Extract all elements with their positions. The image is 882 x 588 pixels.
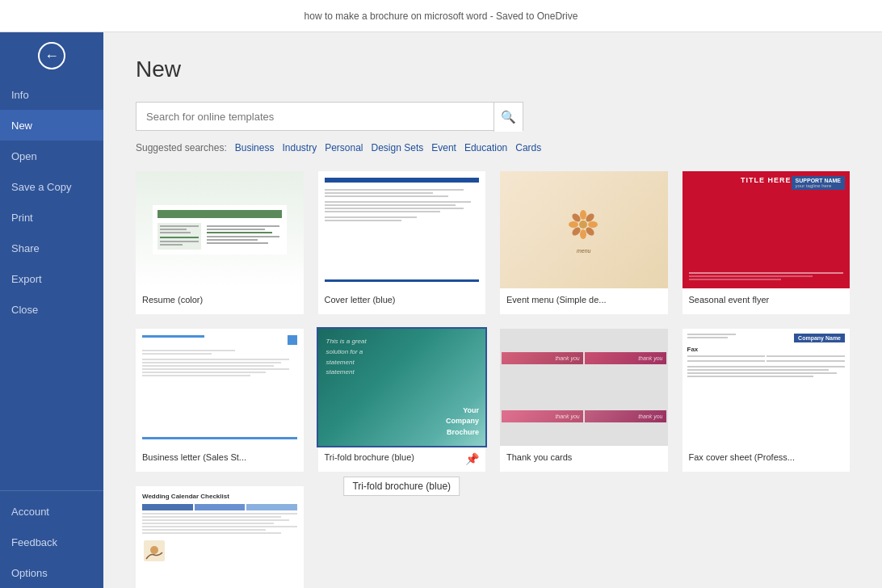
- template-card-trifold-brochure[interactable]: Your Company Brochure This is a greatsol…: [318, 329, 486, 472]
- sidebar-item-export[interactable]: Export: [0, 263, 103, 294]
- page-title: New: [136, 57, 850, 82]
- template-card-thank-you[interactable]: thank you thank you thank you thank you …: [500, 329, 668, 472]
- search-icon: 🔍: [501, 110, 516, 124]
- sidebar-item-save-copy[interactable]: Save a Copy: [0, 171, 103, 202]
- template-card-calendar-checklist[interactable]: Wedding Calendar Checklist: [136, 486, 304, 588]
- template-thumb-fax-cover: Company Name Fax: [682, 329, 850, 446]
- back-button[interactable]: ←: [0, 32, 103, 79]
- sidebar-bottom: Account Feedback Options: [0, 485, 103, 588]
- template-thumb-seasonal-flyer: TITLE HERE SUPPORT NAME your tagline her…: [682, 171, 850, 288]
- template-label-business-letter: Business letter (Sales St...: [136, 446, 304, 472]
- svg-point-1: [580, 210, 586, 220]
- template-label-trifold-brochure: Tri-fold brochure (blue) 📌: [318, 446, 486, 472]
- template-card-fax-cover[interactable]: Company Name Fax Fax cover shee: [682, 329, 850, 472]
- sidebar-item-options[interactable]: Options: [0, 557, 103, 588]
- suggested-link-business[interactable]: Business: [235, 142, 275, 153]
- suggested-link-design-sets[interactable]: Design Sets: [372, 142, 424, 153]
- svg-point-9: [580, 221, 586, 228]
- title-bar-text: how to make a brochure on microsoft word…: [304, 10, 578, 22]
- sidebar-item-close[interactable]: Close: [0, 294, 103, 325]
- calendar-image-icon: [142, 539, 166, 563]
- flower-icon: [565, 207, 602, 243]
- template-thumb-event-menu: menu: [500, 171, 668, 288]
- sidebar-item-info[interactable]: Info: [0, 79, 103, 110]
- svg-point-7: [569, 221, 578, 228]
- sidebar-divider: [0, 490, 103, 491]
- template-thumb-business-letter: [136, 329, 304, 446]
- sidebar-item-share[interactable]: Share: [0, 233, 103, 263]
- search-row: 🔍: [136, 102, 850, 131]
- suggested-label: Suggested searches:: [136, 142, 227, 153]
- main-layout: ← Info New Open Save a Copy Print Share …: [0, 32, 882, 588]
- trifold-tooltip: Tri-fold brochure (blue): [343, 477, 460, 496]
- templates-grid: Resume (color) Cover letter (bl: [136, 171, 850, 588]
- template-thumb-cover-letter: [318, 171, 486, 288]
- pin-icon: 📌: [465, 452, 479, 465]
- back-circle-icon: ←: [38, 42, 65, 69]
- template-card-resume[interactable]: Resume (color): [136, 171, 304, 314]
- svg-point-11: [150, 546, 158, 554]
- template-label-seasonal-flyer: Seasonal event flyer: [682, 288, 850, 314]
- content-area: New 🔍 Suggested searches: Business Indus…: [103, 32, 882, 588]
- suggested-link-cards[interactable]: Cards: [515, 142, 541, 153]
- template-label-event-menu: Event menu (Simple de...: [500, 288, 668, 314]
- template-label-fax-cover: Fax cover sheet (Profess...: [682, 446, 850, 472]
- template-label-cover-letter: Cover letter (blue): [318, 288, 486, 314]
- sidebar-item-account[interactable]: Account: [0, 496, 103, 527]
- sidebar-item-feedback[interactable]: Feedback: [0, 527, 103, 557]
- sidebar-item-new[interactable]: New: [0, 110, 103, 141]
- svg-point-5: [580, 229, 586, 239]
- suggested-link-event[interactable]: Event: [431, 142, 456, 153]
- template-card-business-letter[interactable]: Business letter (Sales St...: [136, 329, 304, 472]
- template-thumb-calendar-checklist: Wedding Calendar Checklist: [136, 486, 304, 588]
- template-thumb-resume: [136, 171, 304, 288]
- suggested-link-education[interactable]: Education: [464, 142, 507, 153]
- template-label-thank-you: Thank you cards: [500, 446, 668, 472]
- template-label-resume: Resume (color): [136, 288, 304, 314]
- suggested-link-industry[interactable]: Industry: [282, 142, 317, 153]
- search-box: 🔍: [136, 102, 523, 131]
- search-button[interactable]: 🔍: [494, 103, 523, 132]
- template-thumb-trifold-brochure: Your Company Brochure This is a greatsol…: [318, 329, 486, 446]
- sidebar-item-open[interactable]: Open: [0, 141, 103, 171]
- svg-point-3: [588, 221, 598, 228]
- template-card-cover-letter[interactable]: Cover letter (blue): [318, 171, 486, 314]
- sidebar-item-print[interactable]: Print: [0, 202, 103, 233]
- title-bar: how to make a brochure on microsoft word…: [0, 0, 882, 32]
- template-card-event-menu[interactable]: menu Event menu (Simple de...: [500, 171, 668, 314]
- suggested-searches-row: Suggested searches: Business Industry Pe…: [136, 142, 850, 153]
- search-input[interactable]: [136, 103, 494, 130]
- template-thumb-thank-you: thank you thank you thank you thank you: [500, 329, 668, 446]
- suggested-link-personal[interactable]: Personal: [325, 142, 363, 153]
- template-card-seasonal-flyer[interactable]: TITLE HERE SUPPORT NAME your tagline her…: [682, 171, 850, 314]
- sidebar: ← Info New Open Save a Copy Print Share …: [0, 32, 103, 588]
